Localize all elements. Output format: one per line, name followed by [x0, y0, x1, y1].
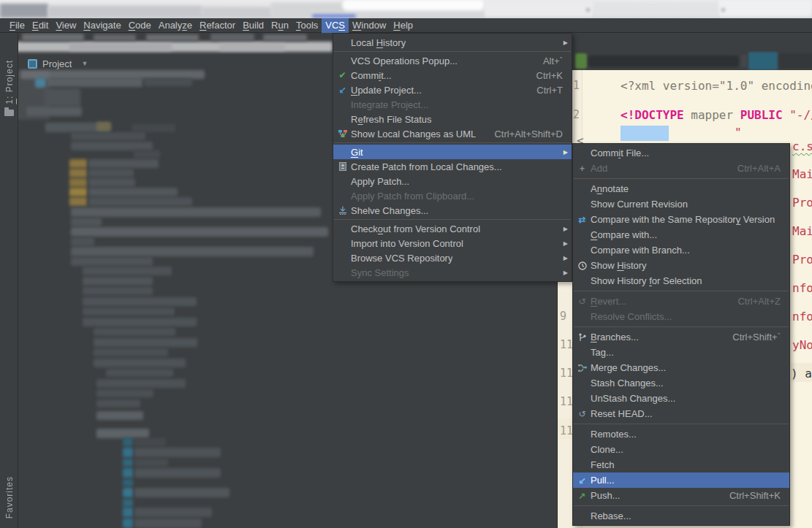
ide-window: FileEditViewNavigateCodeAnalyzeRefactorB…	[0, 0, 812, 528]
menubar-item-refactor[interactable]: Refactor	[196, 18, 239, 33]
vcs-menu-item-apply-patch[interactable]: Apply Patch...	[333, 174, 572, 188]
menu-item-shortcut: Ctrl+Alt+A	[724, 163, 785, 174]
redacted-blur-block	[71, 218, 102, 226]
git-menu-item-annotate[interactable]: Annotate	[573, 181, 789, 196]
branch-icon	[576, 332, 588, 343]
vcs-menu-item-local-history[interactable]: Local History▶	[333, 35, 572, 50]
git-menu-item-unstash-changes[interactable]: UnStash Changes...	[573, 391, 789, 406]
menubar-item-window[interactable]: Window	[349, 18, 390, 33]
git-menu-item-show-history[interactable]: Show History	[573, 258, 789, 273]
no-icon	[336, 114, 349, 125]
git-menu-item-fetch[interactable]: Fetch	[573, 457, 789, 472]
redacted-blur-block	[71, 142, 153, 150]
git-menu-item-commit-file[interactable]: Commit File...	[573, 145, 789, 161]
redacted-blur-block	[69, 197, 87, 206]
git-menu-item-compare-with[interactable]: Compare with...	[573, 227, 789, 242]
redacted-blur-block	[69, 188, 87, 196]
menubar-item-vcs[interactable]: VCS	[322, 18, 349, 33]
menu-item-label: Add	[591, 163, 607, 174]
git-menu-item-remotes[interactable]: Remotes...	[573, 426, 789, 442]
no-icon	[576, 459, 588, 470]
vcs-menu-item-update-project[interactable]: ↙Update Project...Ctrl+T	[333, 83, 572, 97]
vcs-menu-item-vcs-operations-popup[interactable]: VCS Operations Popup...Alt+`	[333, 53, 572, 68]
git-menu-item-clone[interactable]: Clone...	[573, 442, 789, 457]
code-fragment: nfo	[792, 310, 812, 324]
menubar-item-run[interactable]: Run	[267, 18, 292, 33]
menubar-item-build[interactable]: Build	[239, 18, 267, 33]
git-menu-item-pull[interactable]: ↙Pull...	[573, 472, 789, 488]
menu-item-label: Stash Changes...	[591, 378, 664, 389]
git-submenu: Commit File...+AddCtrl+Alt+AAnnotateShow…	[572, 143, 790, 526]
git-menu-item-rebase[interactable]: Rebase...	[573, 508, 789, 524]
git-menu-item-revert: ↺Revert...Ctrl+Alt+Z	[573, 294, 789, 309]
redacted-blur-block	[106, 369, 173, 377]
no-icon	[576, 393, 588, 404]
menu-item-shortcut: Ctrl+Alt+Z	[724, 296, 785, 307]
menubar-item-analyze[interactable]: Analyze	[155, 18, 196, 33]
no-icon	[576, 347, 588, 358]
tool-window-button-favorites[interactable]: Favorites	[0, 476, 18, 528]
redacted-blur-block	[219, 43, 285, 51]
no-icon	[576, 183, 588, 194]
redacted-blur-block	[83, 277, 153, 286]
redacted-blur-block	[134, 150, 160, 158]
git-menu-item-stash-changes[interactable]: Stash Changes...	[573, 375, 789, 391]
vcs-menu-item-commit[interactable]: ✔Commit...Ctrl+K	[333, 68, 572, 83]
redacted-blur-block	[123, 438, 133, 446]
redacted-blur-block	[0, 4, 48, 18]
vcs-menu-item-create-patch-from-local-changes[interactable]: Create Patch from Local Changes...	[333, 159, 572, 174]
menu-item-label: Remotes...	[591, 429, 637, 440]
redacted-blur-block	[123, 488, 133, 497]
git-menu-item-merge-changes[interactable]: Merge Changes...	[573, 360, 789, 375]
vcs-menu-item-show-local-changes-as-uml[interactable]: Show Local Changes as UMLCtrl+Alt+Shift+…	[333, 126, 572, 141]
menubar-item-code[interactable]: Code	[125, 18, 155, 33]
menu-item-label: Clone...	[591, 444, 623, 455]
vcs-menu-item-refresh-file-status[interactable]: Refresh File Status	[333, 112, 572, 126]
push-icon: ↗	[576, 490, 588, 501]
menu-separator	[574, 291, 789, 291]
menubar-item-tools[interactable]: Tools	[292, 18, 322, 33]
no-icon	[576, 311, 588, 322]
redacted-blur-block	[210, 34, 254, 41]
redacted-blur-block	[94, 328, 175, 336]
redacted-blur-block	[123, 448, 133, 457]
menu-item-label: Apply Patch from Clipboard...	[351, 191, 474, 202]
no-icon	[336, 37, 349, 48]
redacted-blur-block	[45, 123, 110, 132]
redacted-blur-block	[96, 389, 153, 397]
menu-item-label: Compare with Branch...	[591, 245, 690, 256]
redacted-blur-block	[134, 438, 166, 446]
menu-separator	[334, 219, 571, 220]
redacted-blur-block	[94, 359, 186, 367]
line-number: 11	[560, 367, 573, 380]
menubar-item-navigate[interactable]: Navigate	[80, 18, 124, 33]
chevron-down-icon[interactable]: ▼	[81, 60, 88, 67]
redacted-blur-block	[96, 122, 111, 131]
menu-item-shortcut: Ctrl+T	[523, 85, 567, 96]
tool-window-button-project[interactable]: 1: Project	[0, 60, 18, 148]
menubar-item-help[interactable]: Help	[390, 18, 417, 33]
vcs-menu-item-checkout-from-version-control[interactable]: Checkout from Version Control▶	[333, 221, 572, 236]
git-menu-item-compare-with-the-same-repository-version[interactable]: ⇄Compare with the Same Repository Versio…	[573, 212, 789, 227]
line-number: 11	[560, 424, 573, 437]
vcs-menu-item-import-into-version-control[interactable]: Import into Version Control▶	[333, 236, 572, 250]
editor-tab-bar-redacted[interactable]	[558, 51, 812, 71]
git-menu-item-reset-head[interactable]: ↺Reset HEAD...	[573, 406, 789, 421]
menubar-item-file[interactable]: File	[6, 18, 29, 33]
vcs-menu-item-shelve-changes[interactable]: Shelve Changes...	[333, 203, 572, 218]
redacted-blur-block	[134, 468, 221, 478]
git-menu-item-branches[interactable]: Branches...Ctrl+Shift+`	[573, 329, 789, 345]
redacted-blur-block	[71, 207, 321, 217]
menu-item-label: Integrate Project...	[351, 99, 428, 110]
vcs-menu-item-browse-vcs-repository[interactable]: Browse VCS Repository▶	[333, 250, 572, 265]
redacted-blur-block	[71, 132, 145, 140]
git-menu-item-compare-with-branch[interactable]: Compare with Branch...	[573, 242, 789, 258]
git-menu-item-push[interactable]: ↗Push...Ctrl+Shift+K	[573, 488, 789, 503]
git-menu-item-show-history-for-selection[interactable]: Show History for Selection	[573, 273, 789, 288]
git-menu-item-tag[interactable]: Tag...	[573, 345, 789, 360]
vcs-menu-item-git[interactable]: Git▶	[333, 145, 572, 159]
menubar-item-view[interactable]: View	[52, 18, 80, 33]
menu-item-label: VCS Operations Popup...	[351, 56, 458, 66]
menubar-item-edit[interactable]: Edit	[29, 18, 52, 33]
git-menu-item-show-current-revision[interactable]: Show Current Revision	[573, 196, 789, 212]
